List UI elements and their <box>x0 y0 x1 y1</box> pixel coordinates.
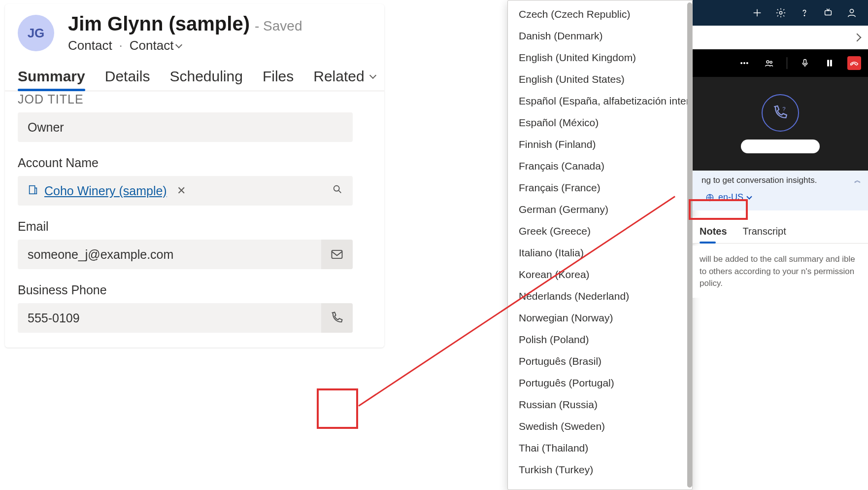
contact-tabs: Summary Details Scheduling Files Related <box>5 53 384 91</box>
notes-tabs: Notes Transcript <box>693 217 868 244</box>
svg-rect-13 <box>828 60 829 66</box>
language-dropdown[interactable]: Czech (Czech Republic)Danish (Denmark)En… <box>507 0 693 490</box>
insight-text: ng to get conversation insights. <box>701 175 817 185</box>
entity-icon <box>28 184 38 198</box>
tab-notes[interactable]: Notes <box>700 226 727 243</box>
contact-name: Jim Glynn (sample) <box>68 13 250 35</box>
language-selector[interactable]: en-US <box>701 190 755 205</box>
email-input[interactable]: someone_j@example.com <box>18 240 353 269</box>
form-selector-label: Contact <box>130 38 174 53</box>
language-option[interactable]: English (United Kingdom) <box>508 47 692 69</box>
svg-point-10 <box>767 61 769 63</box>
call-toolbar <box>693 49 868 77</box>
language-option[interactable]: English (United States) <box>508 69 692 90</box>
panel-collapse-bar <box>693 26 868 49</box>
tab-scheduling[interactable]: Scheduling <box>169 68 242 91</box>
help-button[interactable] <box>799 7 810 18</box>
svg-point-9 <box>747 63 748 64</box>
collapse-chevron-icon[interactable]: ︽ <box>854 176 861 185</box>
language-option[interactable]: Danish (Denmark) <box>508 25 692 47</box>
account-link[interactable]: Coho Winery (sample) <box>44 184 167 198</box>
language-option[interactable]: Français (France) <box>508 177 692 199</box>
language-option[interactable]: Español (España, alfabetización internac… <box>508 90 692 112</box>
email-value: someone_j@example.com <box>28 247 173 262</box>
contact-avatar: JG <box>18 15 54 51</box>
notes-body-text: will be added to the call summary and ib… <box>693 245 868 298</box>
language-option[interactable]: Português (Portugal) <box>508 372 692 394</box>
language-option[interactable]: Greek (Greece) <box>508 220 692 242</box>
language-code: en-US <box>718 192 743 203</box>
tab-related-label: Related <box>313 68 364 85</box>
entity-type: Contact <box>68 38 112 53</box>
scrollbar[interactable] <box>687 2 692 488</box>
svg-rect-14 <box>831 60 832 66</box>
svg-point-11 <box>770 61 772 63</box>
language-option[interactable]: Polish (Poland) <box>508 329 692 350</box>
assistant-button[interactable] <box>823 7 834 18</box>
app-header-right <box>693 0 868 26</box>
insight-banner: ng to get conversation insights. ︽ en-US <box>693 171 868 210</box>
participants-button[interactable] <box>762 56 776 70</box>
job-title-input[interactable]: Owner <box>18 112 353 142</box>
language-option[interactable]: Norwegian (Norway) <box>508 307 692 329</box>
chevron-right-icon[interactable] <box>853 34 862 42</box>
form-selector[interactable]: Contact <box>130 38 182 53</box>
call-body: ? <box>693 77 868 171</box>
svg-point-1 <box>334 186 339 191</box>
saved-status: - Saved <box>255 18 302 34</box>
tab-summary[interactable]: Summary <box>18 68 85 91</box>
chevron-down-icon <box>175 41 182 48</box>
call-phone-button[interactable] <box>321 303 353 333</box>
globe-icon <box>705 193 714 202</box>
tab-details[interactable]: Details <box>105 68 150 91</box>
phone-value: 555-0109 <box>28 311 80 325</box>
form-area: JOD TITLE Owner Account Name Coho Winery… <box>5 92 384 348</box>
language-option[interactable]: Turkish (Turkey) <box>508 459 692 481</box>
hold-button[interactable] <box>823 56 836 70</box>
language-option[interactable]: Nederlands (Nederland) <box>508 285 692 307</box>
account-name-lookup[interactable]: Coho Winery (sample) ✕ <box>18 176 353 206</box>
clear-lookup-icon[interactable]: ✕ <box>177 184 186 197</box>
language-option[interactable]: German (Germany) <box>508 199 692 220</box>
call-panel: ? <box>693 49 868 171</box>
separator-dot: · <box>119 38 123 53</box>
caller-name-redacted <box>741 140 820 153</box>
svg-rect-5 <box>825 10 832 15</box>
tab-related[interactable]: Related <box>313 68 375 91</box>
language-option[interactable]: Korean (Korea) <box>508 264 692 285</box>
add-button[interactable] <box>752 7 763 18</box>
svg-point-7 <box>741 63 742 64</box>
account-name-label: Account Name <box>18 156 371 170</box>
chevron-down-icon <box>746 194 752 199</box>
phone-question-icon: ? <box>772 105 789 121</box>
svg-rect-2 <box>332 250 342 258</box>
language-option[interactable]: Thai (Thailand) <box>508 437 692 459</box>
svg-point-8 <box>744 63 745 64</box>
language-option[interactable]: Português (Brasil) <box>508 350 692 372</box>
language-option[interactable]: Czech (Czech Republic) <box>508 3 692 25</box>
tab-transcript[interactable]: Transcript <box>743 226 786 243</box>
language-option[interactable]: Italiano (Italia) <box>508 242 692 264</box>
profile-button[interactable] <box>846 7 857 18</box>
language-option[interactable]: Russian (Russia) <box>508 394 692 416</box>
language-option[interactable]: Finnish (Finland) <box>508 134 692 155</box>
svg-rect-12 <box>804 60 806 64</box>
tab-files[interactable]: Files <box>263 68 294 91</box>
send-email-button[interactable] <box>321 240 353 269</box>
svg-text:?: ? <box>782 106 785 112</box>
language-option[interactable]: Swedish (Sweden) <box>508 416 692 437</box>
settings-button[interactable] <box>775 7 786 18</box>
contact-panel: JG Jim Glynn (sample) - Saved Contact · … <box>5 4 384 348</box>
svg-point-6 <box>850 9 853 13</box>
svg-point-4 <box>804 15 804 16</box>
mute-button[interactable] <box>798 56 812 70</box>
business-phone-input[interactable]: 555-0109 <box>18 303 353 333</box>
search-icon[interactable] <box>332 184 353 198</box>
language-option[interactable]: Français (Canada) <box>508 155 692 177</box>
divider <box>787 57 787 69</box>
hangup-button[interactable] <box>847 56 861 70</box>
svg-point-3 <box>779 11 782 14</box>
mail-icon <box>330 247 344 261</box>
language-option[interactable]: Español (México) <box>508 112 692 134</box>
more-button[interactable] <box>737 56 751 70</box>
